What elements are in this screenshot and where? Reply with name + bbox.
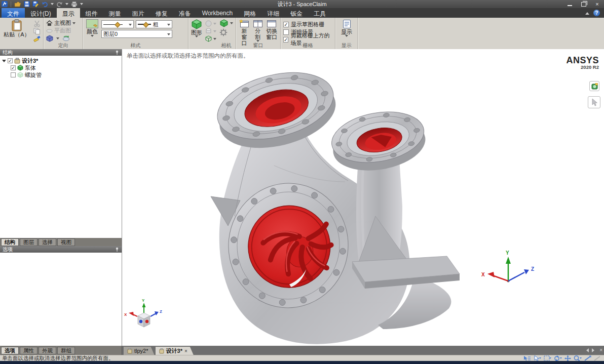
open-icon[interactable] [14, 2, 21, 7]
annotate-icon[interactable] [594, 355, 601, 361]
color-dropdown-icon[interactable] [91, 35, 94, 38]
tree-checkbox[interactable]: ✓ [8, 58, 13, 63]
save-icon[interactable] [24, 1, 30, 7]
switch-window-icon [267, 19, 277, 28]
bottom-tab-groups[interactable]: 群组 [57, 347, 75, 354]
tab-workbench[interactable]: Workbench [197, 8, 238, 18]
line-style-combo[interactable] [101, 20, 134, 28]
sphere-style-icon[interactable] [205, 20, 212, 27]
cylinder-style-dropdown-icon[interactable] [213, 30, 216, 34]
expander-icon[interactable] [2, 60, 6, 64]
undo-icon[interactable] [42, 2, 48, 7]
pin-icon[interactable] [115, 50, 119, 55]
tab-mesh[interactable]: 网格 [238, 8, 261, 18]
tab-prepare[interactable]: 准备 [173, 8, 197, 18]
graphics-dropdown-icon[interactable] [195, 35, 198, 39]
bottom-tab-properties[interactable]: 属性 [20, 347, 37, 354]
display-dropdown-icon[interactable] [345, 35, 348, 38]
workbench-transfer-icon [591, 83, 598, 90]
tab-assembly[interactable]: 组件 [80, 8, 103, 18]
display-button[interactable]: 显示 [338, 19, 355, 38]
close-button[interactable]: × [590, 1, 604, 8]
tree-checkbox[interactable]: ✓ [11, 65, 16, 70]
panel-tab-selection[interactable]: 选择 [39, 238, 56, 246]
camera-cube-icon[interactable] [219, 19, 229, 27]
panel-tab-structure[interactable]: 结构 [1, 238, 19, 246]
tab-file[interactable]: 文件 [2, 8, 25, 18]
workbench-transfer-button[interactable] [589, 81, 599, 91]
switch-window-button[interactable]: 切换窗口 [266, 19, 278, 43]
split-button[interactable]: 分割 [252, 19, 263, 43]
pump-model[interactable] [210, 62, 460, 344]
redo-dropdown-icon[interactable] [65, 3, 68, 7]
print-icon[interactable] [71, 2, 78, 7]
color-button[interactable]: 颜色 [86, 19, 99, 43]
structure-panel: 结构 ✓ 设计3* ✓ 泵体 螺旋管 [0, 49, 122, 346]
select-arrow-icon[interactable] [534, 355, 541, 361]
tree-item-design3[interactable]: ✓ 设计3* [0, 57, 122, 64]
tree-item-pump-body[interactable]: ✓ 泵体 [0, 64, 122, 71]
save-as-icon[interactable] [32, 1, 39, 7]
tree-item-spiral-pipe[interactable]: 螺旋管 [0, 71, 122, 78]
tree-checkbox[interactable] [11, 72, 16, 77]
cylinder-style-icon[interactable] [205, 28, 212, 34]
help-icon[interactable]: ? [593, 10, 600, 16]
graphics-button[interactable]: 图形 [191, 19, 202, 43]
zoom-icon[interactable] [574, 355, 582, 361]
cut-icon[interactable] [33, 20, 41, 27]
tab-sheetmetal[interactable]: 钣金 [285, 8, 308, 18]
panel-tab-layers[interactable]: 图层 [20, 238, 37, 246]
show-sketch-grid-checkbox[interactable]: ✓ 显示草图格栅 [283, 21, 332, 28]
layer-dropdown-icon [167, 33, 170, 37]
tab-facets[interactable]: 面片 [127, 8, 150, 18]
layer-combo[interactable]: 图层0 [101, 30, 172, 38]
pan-icon[interactable] [564, 355, 571, 361]
undo-dropdown-icon[interactable] [51, 3, 54, 7]
print-dropdown-icon[interactable] [80, 3, 83, 7]
bottom-tab-options[interactable]: 选项 [1, 347, 19, 354]
close-document-icon[interactable]: × [599, 347, 602, 353]
3d-viewport[interactable]: 单击面以选择或取消选择边界范围内的所有面。 ANSYS 2020 R2 [122, 49, 604, 346]
plan-view-button[interactable]: 平面图 [46, 27, 80, 34]
close-tab-icon[interactable]: × [184, 348, 187, 354]
format-painter-icon[interactable] [33, 35, 41, 42]
home-view-dropdown-icon[interactable] [72, 22, 76, 26]
deselect-icon[interactable] [523, 355, 531, 361]
scroll-tabs-left-icon[interactable] [584, 348, 589, 352]
home-view-button[interactable]: 主视图 [46, 19, 80, 27]
redo-icon[interactable] [56, 2, 63, 7]
copy-icon[interactable] [33, 28, 41, 34]
box-select-icon[interactable] [544, 355, 551, 361]
spin-view-icon[interactable] [62, 35, 70, 42]
iso-cube-dropdown-icon[interactable] [56, 37, 59, 41]
collapse-ribbon-icon[interactable] [585, 10, 589, 15]
sphere-style-dropdown-icon[interactable] [213, 23, 216, 26]
measure-icon[interactable] [584, 355, 591, 361]
new-window-button[interactable]: 新窗口 [239, 19, 250, 43]
iso-cube-icon[interactable] [46, 35, 53, 42]
pin-icon[interactable] [115, 247, 119, 252]
wire-cube-dropdown-icon[interactable] [213, 38, 216, 42]
wire-cube-icon[interactable] [205, 35, 212, 42]
cursor-tool-button[interactable] [588, 96, 600, 108]
tab-repair[interactable]: 修复 [150, 8, 173, 18]
gear-icon[interactable] [219, 28, 228, 36]
scroll-tabs-right-icon[interactable] [592, 348, 596, 352]
document-tab-design3[interactable]: 设计3* × [156, 347, 194, 355]
paste-button[interactable]: 粘贴（A） [3, 19, 31, 43]
line-weight-combo[interactable]: 粗 [136, 20, 172, 28]
camera-dropdown-icon[interactable] [230, 22, 233, 26]
tab-measure[interactable]: 测量 [103, 8, 127, 18]
app-icon[interactable] [2, 1, 8, 7]
restore-button[interactable] [577, 1, 590, 8]
tab-design[interactable]: 设计(D) [25, 8, 57, 18]
spin-icon[interactable] [554, 355, 562, 361]
minimize-button[interactable] [563, 1, 577, 8]
tab-detail[interactable]: 详细 [261, 8, 285, 18]
document-tab-tlpy2[interactable]: tlpy2* [124, 347, 155, 355]
panel-tab-views[interactable]: 视图 [57, 238, 75, 246]
tab-display[interactable]: 显示 [57, 8, 80, 18]
bottom-tab-appearance[interactable]: 外观 [39, 347, 56, 354]
window-title: 设计3 - SpaceClaim [0, 1, 604, 8]
tab-tools[interactable]: 工具 [308, 8, 331, 18]
